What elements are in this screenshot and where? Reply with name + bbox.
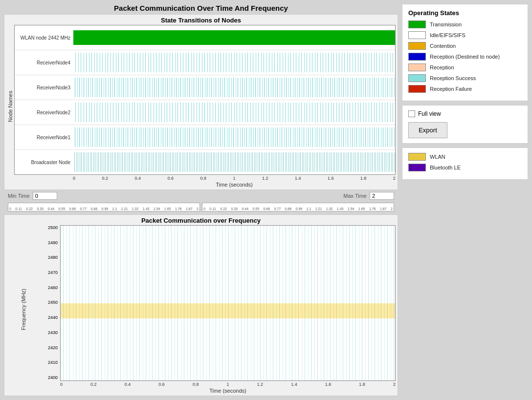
bottom-chart-container: Packet Communication over Frequency Freq…: [4, 214, 398, 396]
node-label-r3: ReceiverNode3: [15, 85, 73, 90]
reception-label: Reception: [430, 64, 454, 70]
bottom-x-axis-label: Time (seconds): [60, 388, 396, 394]
node-label-r4: ReceiverNode4: [15, 60, 73, 65]
bt-freq-swatch: [408, 164, 426, 171]
node-rows: WLAN node 2442 MHz ReceiverNode4: [14, 25, 396, 175]
node-label-wlan: WLAN node 2442 MHz: [15, 35, 73, 41]
contention-swatch: [408, 42, 426, 50]
node-bar-r4: [73, 50, 395, 75]
bottom-y-axis-label: Frequency (MHz): [21, 289, 26, 330]
main-title: Packet Communication Over Time And Frequ…: [4, 4, 398, 12]
top-x-axis-label: Time (seconds): [73, 182, 396, 188]
list-item: Bluetooth LE: [408, 164, 522, 171]
reception-success-swatch: [408, 74, 426, 82]
slider-left[interactable]: 00.110.220.330.440.550.660.770.880.991.1…: [8, 203, 200, 211]
freq-label-2450: 2450: [48, 300, 58, 305]
list-item: Reception (Destined to node): [408, 53, 522, 61]
reception-success-label: Reception Success: [430, 75, 476, 81]
list-item: Contention: [408, 42, 522, 50]
right-panel: Operating States Transmission Idle/EIFS/…: [400, 0, 532, 400]
node-label-r2: ReceiverNode2: [15, 110, 73, 115]
idle-label: Idle/EIFS/SIFS: [430, 32, 466, 38]
table-row: ReceiverNode2: [15, 100, 395, 125]
export-button[interactable]: Export: [408, 122, 447, 138]
full-view-row: Full view: [408, 110, 522, 117]
freq-label-2470: 2470: [48, 270, 58, 275]
list-item: Reception: [408, 63, 522, 71]
node-label-r1: ReceiverNode1: [15, 135, 73, 140]
list-item: Transmission: [408, 21, 522, 28]
freq-label-2400: 2400: [48, 375, 58, 380]
top-chart-title: State Transitions of Nodes: [6, 17, 396, 24]
node-bar-r3: [73, 75, 395, 100]
freq-plot-area: 2500 2490 2480 2470 2460 2450 2440 2430 …: [41, 225, 396, 394]
table-row: WLAN node 2442 MHz: [15, 25, 395, 50]
freq-label-2440: 2440: [48, 315, 58, 320]
reception-swatch: [408, 63, 426, 71]
min-time-label: Min Time: [8, 193, 30, 199]
min-time-input[interactable]: [33, 192, 57, 200]
top-y-axis-label: Node Names: [6, 25, 14, 188]
freq-label-2410: 2410: [48, 360, 58, 365]
reception-failure-swatch: [408, 85, 426, 93]
freq-plot: [60, 225, 396, 381]
reception-failure-label: Reception Failure: [430, 86, 472, 92]
contention-label: Contention: [430, 43, 456, 49]
max-time-input[interactable]: [370, 192, 394, 200]
freq-label-2420: 2420: [48, 345, 58, 350]
x-axis-bottom: 0 0.2 0.4 0.6 0.8 1 1.2 1.4 1.6 1.8 2: [60, 381, 396, 387]
transmission-label: Transmission: [430, 21, 462, 27]
list-item: WLAN: [408, 153, 522, 161]
list-item: Idle/EIFS/SIFS: [408, 31, 522, 39]
max-time-label: Max Time: [343, 193, 367, 199]
top-chart-container: State Transitions of Nodes Node Names WL…: [4, 14, 398, 190]
freq-legend-box: WLAN Bluetooth LE: [402, 147, 528, 180]
list-item: Reception Success: [408, 74, 522, 82]
freq-label-2480: 2480: [48, 255, 58, 260]
node-bar-broadcaster: [73, 150, 395, 174]
node-bar-r1: [73, 125, 395, 149]
freq-label-2430: 2430: [48, 330, 58, 335]
slider-area: 00.110.220.330.440.550.660.770.880.991.1…: [4, 202, 398, 212]
slider-right[interactable]: 00.110.220.330.440.550.660.770.880.991.1…: [202, 203, 394, 211]
table-row: ReceiverNode4: [15, 50, 395, 75]
bt-freq-label: Bluetooth LE: [430, 165, 461, 170]
table-row: ReceiverNode1: [15, 125, 395, 150]
reception-destined-swatch: [408, 53, 426, 61]
bottom-chart-title: Packet Communication over Frequency: [6, 217, 396, 224]
wlan-freq-label: WLAN: [430, 154, 445, 160]
time-controls: Min Time Max Time: [4, 190, 398, 202]
table-row: ReceiverNode3: [15, 75, 395, 100]
x-ticks-top: 0 0.2 0.4 0.6 0.8 1 1.2 1.4 1.6 1.8 2: [73, 176, 396, 181]
idle-swatch: [408, 31, 426, 39]
reception-destined-label: Reception (Destined to node): [430, 54, 500, 60]
legend-title: Operating States: [408, 9, 522, 17]
freq-label-2490: 2490: [48, 240, 58, 245]
controls-box: Full view Export: [402, 105, 528, 144]
full-view-checkbox[interactable]: [408, 110, 415, 117]
x-axis-top: 0 0.2 0.4 0.6 0.8 1 1.2 1.4 1.6 1.8 2: [73, 175, 396, 181]
freq-label-2460: 2460: [48, 285, 58, 290]
transmission-swatch: [408, 21, 426, 28]
node-bar-r2: [73, 100, 395, 125]
table-row: Broadcaster Node: [15, 150, 395, 174]
wlan-freq-swatch: [408, 153, 426, 161]
node-bar-wlan: [73, 25, 395, 50]
freq-signal-overlay: [61, 226, 395, 380]
legend-box: Operating States Transmission Idle/EIFS/…: [402, 4, 528, 101]
node-label-broadcaster: Broadcaster Node: [15, 160, 73, 165]
freq-label-2500: 2500: [48, 225, 58, 230]
freq-chart-wrapper: 2500 2490 2480 2470 2460 2450 2440 2430 …: [41, 225, 396, 381]
list-item: Reception Failure: [408, 85, 522, 93]
full-view-label: Full view: [418, 110, 441, 117]
